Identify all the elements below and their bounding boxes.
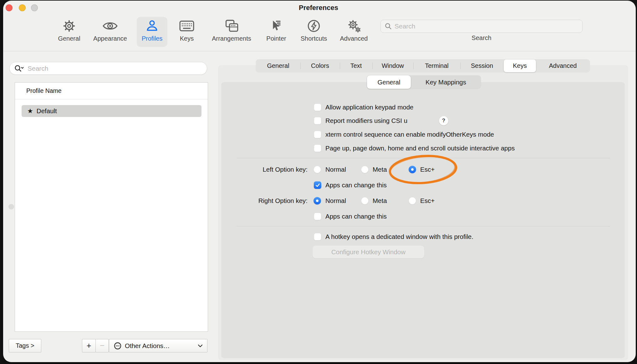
csiu-checkbox[interactable] xyxy=(314,117,321,124)
tab-general[interactable]: General xyxy=(256,59,300,72)
right-option-esc-label: Esc+ xyxy=(420,197,435,205)
toolbar-label-profiles: Profiles xyxy=(137,35,167,42)
toolbar-label-keys: Keys xyxy=(165,35,209,42)
right-apps-row: Apps can change this xyxy=(314,213,387,220)
splitview-handle-dot[interactable] xyxy=(8,204,14,210)
toolbar-item-pointer[interactable]: Pointer xyxy=(254,17,298,47)
chevron-down-icon xyxy=(198,344,203,347)
left-option-normal-radio[interactable] xyxy=(313,166,321,173)
toolbar-item-advanced[interactable]: Advanced xyxy=(332,17,376,47)
left-apps-label: Apps can change this xyxy=(325,181,387,189)
pageup-scroll-label: Page up, page down, home and end scroll … xyxy=(325,144,515,152)
right-option-meta-label: Meta xyxy=(373,197,387,205)
configure-hotkey-window-button[interactable]: Configure Hotkey Window xyxy=(313,245,424,258)
plus-icon: + xyxy=(86,341,91,351)
subtab-general[interactable]: General xyxy=(367,75,411,89)
hotkey-label: A hotkey opens a dedicated window with t… xyxy=(325,233,473,240)
minus-icon: − xyxy=(100,341,104,351)
allow-keypad-label: Allow application keypad mode xyxy=(325,104,413,111)
tags-button-label: Tags > xyxy=(16,342,34,349)
annotation-ellipse xyxy=(387,154,459,186)
right-option-esc-radio[interactable] xyxy=(409,197,416,205)
screenshot-root: Preferences General xyxy=(0,0,637,364)
toolbar-item-general[interactable]: General xyxy=(47,17,91,47)
right-option-meta-radio[interactable] xyxy=(361,197,369,205)
left-apps-row: Apps can change this xyxy=(314,181,387,189)
tab-advanced[interactable]: Advanced xyxy=(536,59,590,72)
right-apps-label: Apps can change this xyxy=(325,213,387,220)
tab-keys[interactable]: Keys xyxy=(504,59,536,72)
csiu-help-button[interactable]: ? xyxy=(439,116,448,125)
toolbar-search-input[interactable] xyxy=(395,23,578,30)
checkbox-row-modifyotherkeys: xterm control sequence can enable modify… xyxy=(314,131,494,138)
left-apps-checkbox[interactable] xyxy=(314,181,321,189)
toolbar-item-keys[interactable]: Keys xyxy=(165,17,209,47)
subtab-key-mappings[interactable]: Key Mappings xyxy=(411,75,481,89)
window-title: Preferences xyxy=(0,4,637,12)
keys-subtabbar: General Key Mappings xyxy=(367,75,481,89)
right-option-normal-label: Normal xyxy=(325,197,346,205)
checkbox-row-keypad: Allow application keypad mode xyxy=(314,104,413,111)
toolbar-label-shortcuts: Shortcuts xyxy=(292,35,336,42)
tags-button[interactable]: Tags > xyxy=(9,339,41,352)
profile-list[interactable]: Profile Name ★ Default xyxy=(15,82,208,332)
checkmark-icon xyxy=(315,183,320,188)
toolbar-label-arrangements: Arrangements xyxy=(210,35,253,42)
toolbar-item-profiles[interactable]: Profiles xyxy=(137,17,167,47)
tab-window[interactable]: Window xyxy=(372,59,413,72)
person-icon xyxy=(137,17,167,35)
tab-colors[interactable]: Colors xyxy=(300,59,340,72)
profile-tabbar: General Colors Text Window Terminal Sess… xyxy=(256,59,590,72)
toolbar-item-shortcuts[interactable]: Shortcuts xyxy=(292,17,336,47)
toolbar-label-general: General xyxy=(47,35,91,42)
tab-text[interactable]: Text xyxy=(340,59,372,72)
search-icon xyxy=(385,23,392,30)
cursor-icon xyxy=(254,17,298,35)
pageup-scroll-checkbox[interactable] xyxy=(314,144,321,152)
ellipsis-circle-icon xyxy=(114,342,122,350)
gears-icon xyxy=(332,17,376,35)
modifyotherkeys-checkbox[interactable] xyxy=(314,131,321,138)
csiu-label: Report modifiers using CSI u xyxy=(325,117,407,124)
tab-terminal[interactable]: Terminal xyxy=(413,59,460,72)
right-apps-checkbox[interactable] xyxy=(314,213,321,220)
toolbar-label-pointer: Pointer xyxy=(254,35,298,42)
toolbar-search-field[interactable] xyxy=(380,20,583,33)
right-option-caption: Right Option key: xyxy=(200,197,308,205)
toolbar-item-appearance[interactable]: Appearance xyxy=(88,17,132,47)
toolbar-label-appearance: Appearance xyxy=(88,35,132,42)
right-option-normal-radio[interactable] xyxy=(313,197,321,205)
allow-keypad-checkbox[interactable] xyxy=(314,104,321,111)
left-option-caption: Left Option key: xyxy=(200,166,308,173)
hotkey-checkbox[interactable] xyxy=(314,233,321,240)
other-actions-dropdown[interactable]: Other Actions… xyxy=(109,339,207,352)
keyboard-icon xyxy=(165,17,209,35)
left-option-meta-radio[interactable] xyxy=(361,166,369,173)
profile-list-header: Profile Name xyxy=(15,83,208,99)
remove-profile-button[interactable]: − xyxy=(95,339,109,352)
checkbox-row-csiu: Report modifiers using CSI u xyxy=(314,117,407,124)
profile-list-header-divider xyxy=(15,99,208,99)
toolbar-label-advanced: Advanced xyxy=(332,35,376,42)
lightning-icon xyxy=(292,17,336,35)
gear-icon xyxy=(47,17,91,35)
profile-filter-input[interactable] xyxy=(28,65,202,72)
toolbar-item-arrangements[interactable]: Arrangements xyxy=(210,17,253,47)
left-option-normal-label: Normal xyxy=(325,166,346,173)
tab-session[interactable]: Session xyxy=(460,59,504,72)
modifyotherkeys-label: xterm control sequence can enable modify… xyxy=(325,131,494,138)
section-divider-2 xyxy=(237,226,610,226)
hotkey-row: A hotkey opens a dedicated window with t… xyxy=(314,233,473,240)
keys-tab-content-box xyxy=(221,82,625,358)
add-profile-button[interactable]: + xyxy=(82,339,96,352)
profile-name: Default xyxy=(37,107,57,115)
toolbar-search-caption: Search xyxy=(441,34,522,42)
profile-row-default[interactable]: ★ Default xyxy=(22,105,201,117)
default-star-icon: ★ xyxy=(27,107,33,115)
left-option-meta-label: Meta xyxy=(373,166,387,173)
checkbox-row-pageup: Page up, page down, home and end scroll … xyxy=(314,144,515,152)
right-option-radiogroup: Normal Meta Esc+ xyxy=(313,197,476,205)
eye-icon xyxy=(88,17,132,35)
toolbar-divider xyxy=(3,51,636,51)
profile-filter-field[interactable] xyxy=(9,62,207,75)
